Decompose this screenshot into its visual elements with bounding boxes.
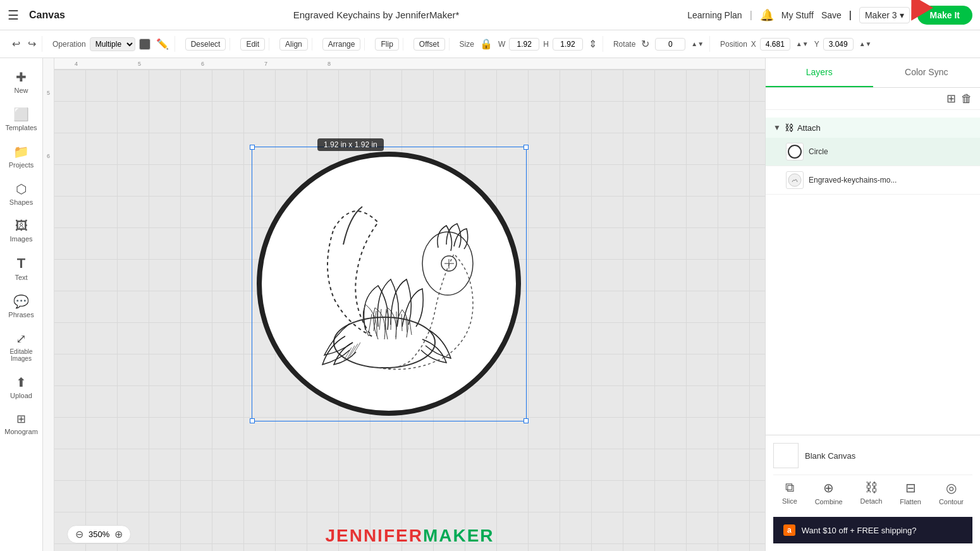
my-stuff-button[interactable]: My Stuff	[781, 10, 814, 20]
canvas-content[interactable]: 1.92 in x 1.92 in JENNIFER MAKER ⊖ 350% …	[54, 70, 765, 551]
operation-select[interactable]: Multiple	[90, 37, 135, 51]
sidebar-label-text: Text	[15, 274, 27, 281]
y-label: Y	[814, 40, 819, 49]
combine-icon: ⊕	[823, 480, 834, 495]
size-tooltip: 1.92 in x 1.92 in	[317, 138, 384, 151]
sidebar-item-projects[interactable]: 📁 Projects	[3, 139, 40, 174]
expand-icon[interactable]: ⇕	[587, 36, 599, 52]
contour-icon: ◎	[946, 480, 957, 495]
zoom-level: 350%	[89, 530, 109, 539]
monogram-icon: ⊞	[16, 412, 26, 426]
tab-color-sync[interactable]: Color Sync	[873, 58, 981, 87]
rotate-group: Rotate ↻ ▲▼	[609, 36, 710, 52]
align-button[interactable]: Align	[279, 38, 308, 51]
images-icon: 🖼	[15, 219, 28, 233]
zoom-controls: ⊖ 350% ⊕	[67, 525, 131, 543]
flip-button[interactable]: Flip	[375, 38, 398, 51]
promo-banner[interactable]: a Want $10 off + FREE shipping?	[773, 517, 972, 543]
layer-item-image[interactable]: Engraved-keychains-mo...	[766, 166, 980, 195]
layer-circle-thumb	[786, 143, 804, 160]
menu-icon[interactable]: ☰	[8, 8, 19, 23]
size-label: Size	[460, 40, 474, 49]
upload-icon: ⬆	[16, 375, 27, 390]
undo-redo-group: ↩ ↪	[6, 36, 42, 52]
operation-group: Operation Multiple ✏️	[49, 36, 175, 52]
handle-bottom-left[interactable]	[250, 418, 255, 423]
right-panel: Layers Color Sync ⊞ 🗑 ▼ ⛓ Attach	[765, 58, 980, 551]
position-group: Position X ▲▼ Y ▲▼	[716, 38, 877, 51]
sidebar-item-shapes[interactable]: ⬡ Shapes	[3, 176, 40, 211]
y-stepper[interactable]: ▲▼	[857, 39, 874, 49]
canvas-label: Blank Canvas	[805, 451, 855, 461]
canvas-thumbnail	[773, 443, 799, 468]
sidebar-item-templates[interactable]: ⬜ Templates	[3, 102, 40, 136]
flatten-icon: ⊟	[905, 480, 916, 495]
selection-box[interactable]	[252, 147, 527, 421]
canvas-preview: Blank Canvas	[773, 443, 972, 468]
right-bottom: Blank Canvas ⧉ Slice ⊕ Combine ⛓ Detach …	[766, 435, 980, 551]
save-button[interactable]: Save	[821, 10, 842, 20]
width-label: W	[498, 40, 505, 49]
rotate-input[interactable]	[655, 38, 685, 51]
zoom-in-button[interactable]: ⊕	[114, 528, 123, 540]
sidebar-item-upload[interactable]: ⬆ Upload	[3, 370, 40, 404]
width-input[interactable]	[509, 38, 539, 51]
ruler-mark: 4	[75, 61, 78, 67]
shapes-icon: ⬡	[16, 181, 27, 197]
canvas-area[interactable]: 4 5 6 7 8 5 6	[43, 58, 765, 551]
promo-text: Want $10 off + FREE shipping?	[802, 526, 917, 535]
undo-icon[interactable]: ↩	[10, 36, 22, 52]
sidebar-item-new[interactable]: ✚ New	[3, 64, 40, 99]
handle-top-right[interactable]	[524, 145, 529, 150]
sidebar-label-templates: Templates	[5, 124, 37, 131]
contour-button[interactable]: ◎ Contour	[939, 480, 964, 506]
layer-image-name: Engraved-keychains-mo...	[809, 176, 972, 185]
x-stepper[interactable]: ▲▼	[794, 39, 811, 49]
bell-icon[interactable]: 🔔	[760, 8, 774, 22]
collapse-icon: ▼	[773, 123, 781, 132]
ruler-mark: 6	[201, 61, 204, 67]
size-group: Size 🔒 W H ⇕	[456, 36, 603, 52]
deselect-button[interactable]: Deselect	[185, 38, 226, 51]
x-input[interactable]	[760, 38, 790, 51]
promo-badge: a	[783, 524, 795, 536]
svg-point-19	[788, 145, 801, 158]
new-icon: ✚	[16, 70, 27, 85]
layers-toolbar-icon2[interactable]: 🗑	[961, 92, 972, 106]
offset-button[interactable]: Offset	[413, 38, 445, 51]
layers-panel: ▼ ⛓ Attach Circle	[766, 110, 980, 435]
lock-icon[interactable]: 🔒	[478, 36, 494, 52]
redo-icon[interactable]: ↪	[26, 36, 38, 52]
rotate-stepper-up[interactable]: ▲▼	[689, 39, 706, 49]
arrange-button[interactable]: Arrange	[322, 38, 361, 51]
layer-image-thumb	[786, 171, 804, 189]
sidebar-item-images[interactable]: 🖼 Images	[3, 214, 40, 248]
layers-toolbar-icon1[interactable]: ⊞	[946, 92, 956, 106]
tab-layers[interactable]: Layers	[766, 58, 873, 87]
handle-top-left[interactable]	[250, 145, 255, 150]
color-swatch[interactable]	[139, 39, 150, 50]
combine-button[interactable]: ⊕ Combine	[815, 480, 843, 506]
offset-group: Offset	[410, 38, 450, 51]
sidebar-item-phrases[interactable]: 💬 Phrases	[3, 289, 40, 324]
edit-button[interactable]: Edit	[240, 38, 265, 51]
y-input[interactable]	[823, 38, 854, 51]
edit-icon[interactable]: ✏️	[154, 36, 171, 52]
layer-group-header[interactable]: ▼ ⛓ Attach	[766, 118, 980, 138]
sidebar-item-editable-images[interactable]: ⤢ Editable Images	[3, 326, 40, 367]
handle-bottom-right[interactable]	[524, 418, 529, 423]
group-name: Attach	[797, 123, 972, 133]
projects-icon: 📁	[13, 144, 29, 159]
ruler-mark: 5	[138, 61, 141, 67]
sidebar-item-monogram[interactable]: ⊞ Monogram	[3, 407, 40, 440]
detach-button[interactable]: ⛓ Detach	[861, 480, 883, 506]
flatten-button[interactable]: ⊟ Flatten	[900, 480, 921, 506]
text-icon: T	[17, 255, 25, 272]
ruler-mark: 5	[47, 90, 50, 96]
layer-item-circle[interactable]: Circle	[766, 138, 980, 166]
sidebar-item-text[interactable]: T Text	[3, 250, 40, 286]
height-input[interactable]	[553, 38, 583, 51]
learning-plan[interactable]: Learning Plan	[687, 10, 742, 20]
zoom-out-button[interactable]: ⊖	[75, 528, 83, 540]
slice-button[interactable]: ⧉ Slice	[782, 480, 797, 506]
